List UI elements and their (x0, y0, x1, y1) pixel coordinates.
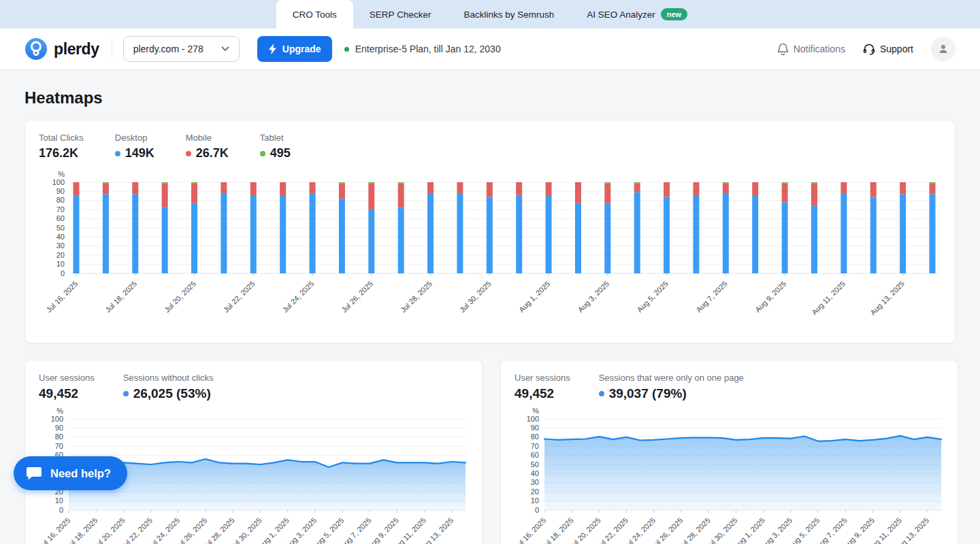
bar-segment-desktop (870, 197, 877, 273)
x-axis-ticks (69, 510, 452, 513)
x-axis-labels: Jul 16, 2025Jul 18, 2025Jul 20, 2025Jul … (45, 279, 906, 317)
svg-text:100: 100 (527, 415, 539, 423)
bar-segment-mobile (693, 182, 699, 196)
bar-segment-desktop (220, 193, 227, 273)
bar-segment-mobile (752, 182, 758, 196)
lightning-icon (268, 44, 277, 54)
svg-text:20: 20 (56, 251, 65, 259)
bar-segment-mobile (339, 183, 345, 199)
bar-segment-desktop (74, 196, 80, 273)
notifications-label: Notifications (794, 44, 845, 54)
stat-sessions-without-clicks: Sessions without clicks26,025 (53%) (123, 373, 214, 401)
need-help-button[interactable]: Need help? (14, 456, 127, 490)
svg-text:100: 100 (52, 178, 65, 186)
bar-segment-desktop (516, 195, 522, 273)
legend-dot (123, 391, 129, 396)
bar-segment-desktop (723, 193, 729, 273)
brand[interactable]: plerdy (24, 37, 99, 61)
svg-text:Jul 16, 2025: Jul 16, 2025 (39, 516, 71, 544)
stat-mobile: Mobile26.7K (186, 133, 229, 160)
svg-text:Aug 11, 2025: Aug 11, 2025 (810, 279, 847, 316)
stat-number: 495 (270, 146, 291, 160)
user-avatar[interactable] (931, 37, 956, 61)
chat-bubble-icon (26, 466, 42, 481)
svg-text:Aug 3, 2025: Aug 3, 2025 (576, 279, 610, 313)
plan-status: Enterprise-5 Plan, till Jan 12, 2030 (344, 44, 501, 54)
chevron-down-icon (221, 46, 229, 52)
stat-label: Sessions without clicks (123, 373, 214, 383)
tab-serp-checker[interactable]: SERP Checker (353, 0, 448, 29)
bar-segment-desktop (191, 203, 197, 273)
plerdy-logo-icon (24, 37, 48, 61)
stat-number: 49,452 (39, 386, 78, 401)
stat-label: Mobile (186, 133, 229, 143)
stat-desktop: Desktop149K (115, 133, 154, 160)
sessions-without-clicks-card: User sessions49,452Sessions without clic… (24, 360, 483, 544)
clicks-stats: Total Clicks176.2KDesktop149KMobile26.7K… (39, 133, 941, 160)
bar-segment-mobile (604, 183, 610, 203)
tab-backlinks-by-semrush[interactable]: Backlinks by Semrush (447, 0, 570, 29)
bar-segment-desktop (457, 193, 463, 273)
stat-value: 176.2K (39, 146, 84, 160)
support-button[interactable]: Support (863, 43, 913, 55)
bar-segment-mobile (74, 182, 80, 196)
bar-segment-mobile (103, 183, 109, 194)
svg-text:50: 50 (56, 224, 65, 232)
legend-dot (260, 151, 265, 156)
tab-ai-seo-analyzer[interactable]: AI SEO Analyzernew (570, 0, 704, 29)
bar-segment-mobile (811, 183, 817, 206)
brand-name: plerdy (54, 40, 99, 58)
bell-icon (777, 43, 789, 56)
svg-text:70: 70 (531, 442, 539, 450)
x-axis-ticks (544, 510, 928, 513)
bar-segment-desktop (664, 197, 670, 273)
bar-segment-tablet (368, 182, 374, 183)
bar-segment-mobile (782, 183, 788, 202)
tab-cro-tools[interactable]: CRO Tools (276, 0, 353, 29)
stat-label: Desktop (115, 133, 154, 143)
stat-value: 26,025 (53%) (123, 386, 214, 401)
svg-text:90: 90 (56, 187, 65, 195)
stat-number: 176.2K (39, 146, 78, 160)
bar-segment-mobile (457, 182, 463, 193)
bar-segment-tablet (782, 182, 788, 183)
svg-text:Aug 7, 2025: Aug 7, 2025 (694, 279, 728, 313)
bar-segment-desktop (427, 193, 434, 273)
bar-segment-tablet (604, 182, 610, 183)
header-divider (112, 39, 112, 59)
notifications-button[interactable]: Notifications (777, 43, 845, 56)
svg-text:%: % (56, 408, 63, 415)
stat-value: 149K (115, 146, 154, 160)
bar-segment-tablet (811, 182, 817, 183)
bar-segment-mobile (487, 182, 493, 197)
x-axis-labels: Jul 16, 2025Jul 18, 2025Jul 20, 2025Jul … (514, 516, 930, 544)
svg-text:20: 20 (531, 488, 539, 496)
stat-value: 49,452 (514, 386, 570, 401)
gridlines (70, 182, 938, 273)
bar-segment-desktop (811, 206, 817, 273)
one-page-sessions-stats: User sessions49,452Sessions that were on… (514, 373, 944, 401)
svg-text:Jul 16, 2025: Jul 16, 2025 (45, 279, 80, 314)
area-fill (69, 459, 466, 510)
stat-value: 39,037 (79%) (599, 386, 744, 401)
stat-label: User sessions (39, 373, 95, 383)
upgrade-button[interactable]: Upgrade (257, 36, 332, 62)
bar-segment-desktop (398, 208, 404, 273)
bar-segment-mobile (162, 183, 168, 207)
support-label: Support (880, 44, 913, 54)
svg-text:Aug 5, 2025: Aug 5, 2025 (636, 279, 670, 313)
stat-label: Total Clicks (39, 133, 84, 143)
one-page-sessions-card: User sessions49,452Sessions that were on… (500, 360, 958, 544)
stat-number: 49,452 (514, 386, 554, 401)
project-selector[interactable]: plerdy.com - 278 (123, 36, 240, 62)
stat-user-sessions: User sessions49,452 (39, 373, 95, 401)
one-page-sessions-area-chart: %1009080706050403020100Jul 16, 2025Jul 1… (514, 408, 944, 544)
tab-label: Backlinks by Semrush (463, 10, 554, 20)
svg-text:100: 100 (51, 415, 63, 423)
bar-segment-tablet (103, 182, 109, 183)
bar-segment-desktop (840, 193, 847, 273)
legend-dot (186, 151, 191, 156)
clicks-bar-chart: %1009080706050403020100Jul 16, 2025Jul 1… (39, 165, 941, 330)
svg-text:10: 10 (55, 496, 63, 505)
svg-text:Jul 26, 2025: Jul 26, 2025 (340, 279, 374, 314)
